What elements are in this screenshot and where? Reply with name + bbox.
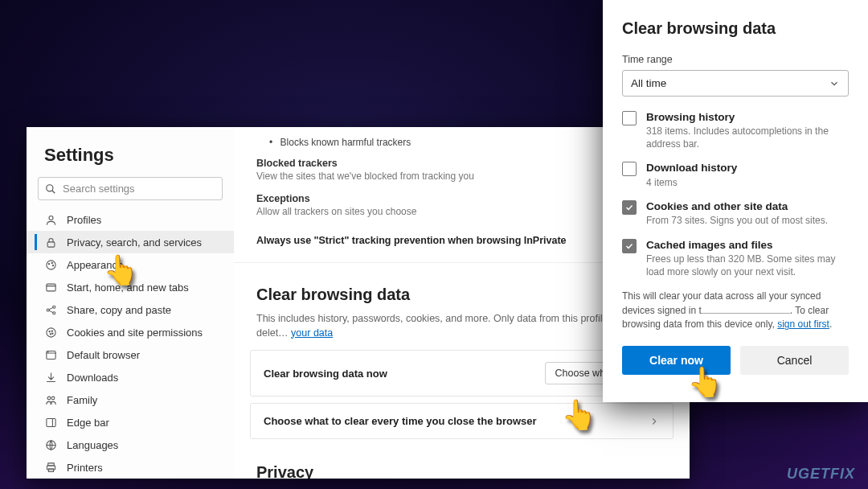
clear-option-row: Cached images and filesFrees up less tha… bbox=[622, 239, 849, 278]
palette-icon bbox=[44, 258, 57, 271]
svg-point-25 bbox=[51, 397, 55, 400]
cancel-button[interactable]: Cancel bbox=[740, 346, 849, 375]
lock-icon bbox=[44, 236, 57, 249]
settings-nav: ProfilesPrivacy, search, and servicesApp… bbox=[27, 208, 234, 479]
window-icon bbox=[44, 281, 57, 294]
svg-line-1 bbox=[52, 190, 55, 193]
manage-your-data-link[interactable]: your data bbox=[291, 327, 333, 339]
download-icon bbox=[44, 371, 57, 384]
svg-point-15 bbox=[46, 327, 55, 336]
sidebar-item-family[interactable]: Family bbox=[27, 388, 234, 411]
sidebar-item-browser[interactable]: Default browser bbox=[27, 343, 234, 366]
sign-out-first-link[interactable]: sign out first bbox=[777, 318, 829, 330]
checkbox[interactable] bbox=[622, 162, 637, 176]
dialog-buttons: Clear now Cancel bbox=[622, 346, 849, 375]
sidebar-item-share[interactable]: Share, copy and paste bbox=[27, 298, 234, 321]
option-sub: Frees up less than 320 MB. Some sites ma… bbox=[646, 253, 849, 278]
chevron-right-icon bbox=[649, 416, 660, 427]
svg-point-18 bbox=[50, 333, 51, 334]
sidebar-item-label: Default browser bbox=[67, 349, 140, 361]
time-range-value: All time bbox=[631, 77, 666, 89]
lang-icon bbox=[44, 438, 57, 451]
checkbox[interactable] bbox=[622, 111, 637, 125]
sidebar-item-lock[interactable]: Privacy, search, and services bbox=[27, 231, 234, 253]
checkbox[interactable] bbox=[622, 200, 637, 215]
option-sub: 318 items. Includes autocompletions in t… bbox=[646, 125, 849, 150]
clear-option-row: Download history4 items bbox=[622, 162, 849, 189]
clear-on-close-label: Choose what to clear every time you clos… bbox=[264, 415, 537, 427]
clear-option-row: Cookies and other site dataFrom 73 sites… bbox=[622, 200, 849, 228]
clear-options-list: Browsing history318 items. Includes auto… bbox=[622, 111, 849, 278]
svg-point-7 bbox=[52, 265, 53, 265]
edgebar-icon bbox=[44, 416, 57, 429]
svg-point-24 bbox=[47, 397, 51, 400]
watermark: UGETFIX bbox=[787, 466, 855, 483]
svg-point-5 bbox=[48, 263, 49, 264]
dialog-title: Clear browsing data bbox=[622, 19, 849, 38]
search-settings-input[interactable]: Search settings bbox=[38, 177, 223, 200]
svg-point-0 bbox=[47, 184, 53, 191]
option-label: Download history bbox=[646, 162, 737, 175]
svg-point-22 bbox=[47, 351, 48, 352]
sidebar-item-label: Share, copy and paste bbox=[67, 304, 171, 316]
clear-now-label: Clear browsing data now bbox=[264, 368, 387, 380]
sidebar-item-label: Start, home, and new tabs bbox=[67, 281, 189, 294]
sidebar-item-profile[interactable]: Profiles bbox=[27, 208, 234, 231]
search-placeholder: Search settings bbox=[63, 183, 135, 195]
search-icon bbox=[45, 183, 56, 195]
clear-on-close-row[interactable]: Choose what to clear every time you clos… bbox=[250, 403, 674, 439]
sidebar-item-lang[interactable]: Languages bbox=[27, 434, 234, 456]
settings-title: Settings bbox=[27, 145, 234, 177]
sidebar-item-label: Family bbox=[67, 394, 97, 406]
svg-rect-3 bbox=[47, 241, 55, 246]
time-range-label: Time range bbox=[622, 54, 849, 65]
option-label: Browsing history bbox=[646, 111, 849, 124]
sidebar-item-label: Printers bbox=[67, 462, 103, 474]
clear-browsing-data-dialog: Clear browsing data Time range All time … bbox=[603, 0, 868, 402]
sidebar-item-window[interactable]: Start, home, and new tabs bbox=[27, 276, 234, 298]
clear-now-button[interactable]: Clear now bbox=[622, 346, 731, 375]
family-icon bbox=[44, 393, 57, 406]
svg-point-6 bbox=[51, 262, 52, 263]
sidebar-item-printer[interactable]: Printers bbox=[27, 456, 234, 479]
svg-point-19 bbox=[51, 333, 52, 334]
settings-sidebar: Settings Search settings ProfilesPrivacy… bbox=[27, 127, 234, 479]
sidebar-item-label: Downloads bbox=[67, 372, 118, 384]
sidebar-item-label: Cookies and site permissions bbox=[67, 327, 203, 339]
sidebar-item-label: Languages bbox=[67, 439, 118, 451]
sidebar-item-label: Privacy, search, and services bbox=[67, 236, 202, 249]
checkbox[interactable] bbox=[622, 239, 637, 253]
option-label: Cached images and files bbox=[646, 239, 849, 252]
sidebar-item-label: Profiles bbox=[67, 214, 101, 226]
svg-rect-8 bbox=[46, 284, 55, 291]
cookie-icon bbox=[44, 326, 57, 339]
svg-rect-31 bbox=[48, 468, 53, 471]
printer-icon bbox=[44, 461, 57, 474]
sidebar-item-label: Appearance bbox=[67, 259, 123, 271]
svg-point-4 bbox=[46, 260, 55, 269]
clear-option-row: Browsing history318 items. Includes auto… bbox=[622, 111, 849, 150]
sidebar-item-cookie[interactable]: Cookies and site permissions bbox=[27, 321, 234, 343]
svg-line-14 bbox=[49, 310, 53, 313]
profile-icon bbox=[44, 213, 57, 226]
sidebar-item-label: Edge bar bbox=[67, 417, 109, 429]
sidebar-item-palette[interactable]: Appearance bbox=[27, 253, 234, 276]
browser-icon bbox=[44, 348, 57, 361]
privacy-section-title: Privacy bbox=[234, 446, 690, 479]
sidebar-item-download[interactable]: Downloads bbox=[27, 366, 234, 388]
svg-point-17 bbox=[51, 331, 52, 331]
share-icon bbox=[44, 303, 57, 316]
option-sub: 4 items bbox=[646, 177, 737, 190]
sidebar-item-edgebar[interactable]: Edge bar bbox=[27, 411, 234, 434]
option-sub: From 73 sites. Signs you out of most sit… bbox=[646, 215, 828, 228]
svg-rect-26 bbox=[46, 418, 55, 426]
chevron-down-icon bbox=[829, 78, 840, 89]
svg-point-2 bbox=[49, 216, 53, 220]
svg-point-16 bbox=[49, 331, 50, 331]
dialog-sync-note: This will clear your data across all you… bbox=[622, 290, 849, 331]
svg-line-13 bbox=[49, 307, 53, 310]
time-range-select[interactable]: All time bbox=[622, 70, 849, 97]
settings-window: Settings Search settings ProfilesPrivacy… bbox=[27, 127, 690, 479]
option-label: Cookies and other site data bbox=[646, 200, 828, 213]
